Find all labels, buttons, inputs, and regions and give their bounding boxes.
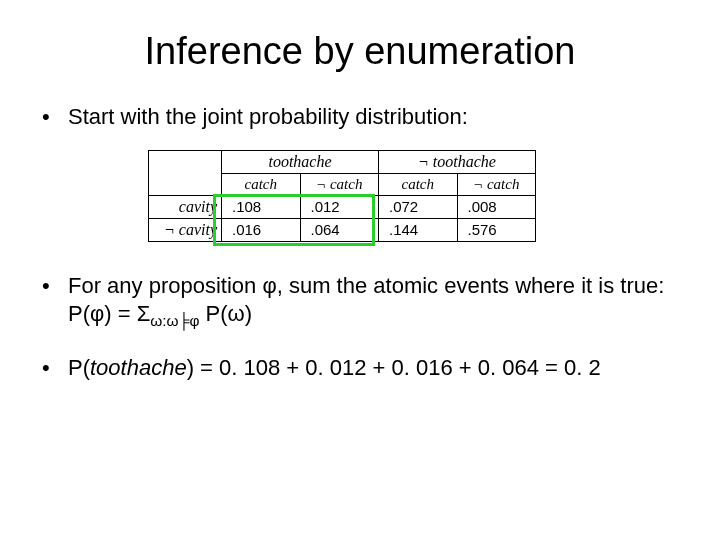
bullet-2-subscript: ω:ω╞φ	[150, 313, 199, 330]
joint-probability-table: toothache ¬ toothache catch ¬ catch catc…	[148, 150, 536, 242]
cell: .016	[222, 218, 301, 241]
cell: .072	[379, 195, 458, 218]
bullet-2-text-post: P(ω)	[199, 301, 252, 326]
table-row: cavity .108 .012 .072 .008	[149, 195, 536, 218]
cell: .064	[300, 218, 379, 241]
bullet-2: For any proposition φ, sum the atomic ev…	[40, 272, 680, 332]
col-head-not-catch: ¬ catch	[457, 173, 536, 195]
cell: .008	[457, 195, 536, 218]
row-head-cavity: cavity	[149, 195, 222, 218]
bullet-list: Start with the joint probability distrib…	[40, 103, 680, 132]
cell: .576	[457, 218, 536, 241]
joint-table-wrap: toothache ¬ toothache catch ¬ catch catc…	[148, 150, 536, 242]
cell: .144	[379, 218, 458, 241]
bullet-3-pre: P(	[68, 355, 90, 380]
col-head-not-catch: ¬ catch	[300, 173, 379, 195]
corner-cell	[149, 150, 222, 195]
slide-title: Inference by enumeration	[40, 30, 680, 73]
bullet-3-post: ) = 0. 108 + 0. 012 + 0. 016 + 0. 064 = …	[187, 355, 601, 380]
table-row: toothache ¬ toothache	[149, 150, 536, 173]
bullet-1: Start with the joint probability distrib…	[40, 103, 680, 132]
slide: Inference by enumeration Start with the …	[0, 0, 720, 540]
col-head-not-toothache: ¬ toothache	[379, 150, 536, 173]
cell: .012	[300, 195, 379, 218]
table-row: ¬ cavity .016 .064 .144 .576	[149, 218, 536, 241]
bullet-3: P(toothache) = 0. 108 + 0. 012 + 0. 016 …	[40, 354, 680, 383]
row-head-not-cavity: ¬ cavity	[149, 218, 222, 241]
col-head-toothache: toothache	[222, 150, 379, 173]
col-head-catch: catch	[379, 173, 458, 195]
cell: .108	[222, 195, 301, 218]
col-head-catch: catch	[222, 173, 301, 195]
bullet-3-ital: toothache	[90, 355, 187, 380]
bullet-list-2: For any proposition φ, sum the atomic ev…	[40, 272, 680, 383]
